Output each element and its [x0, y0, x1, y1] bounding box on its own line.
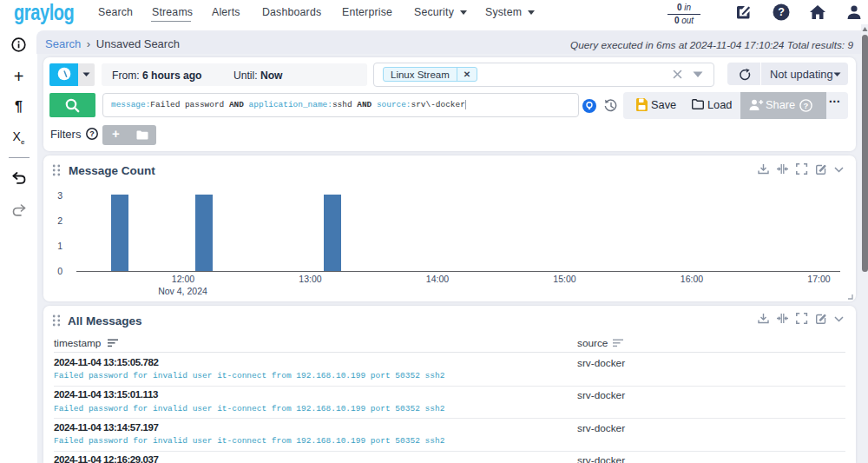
svg-text:?: ?: [804, 101, 809, 110]
svg-text:?: ?: [89, 129, 95, 138]
svg-text:?: ?: [778, 6, 785, 18]
